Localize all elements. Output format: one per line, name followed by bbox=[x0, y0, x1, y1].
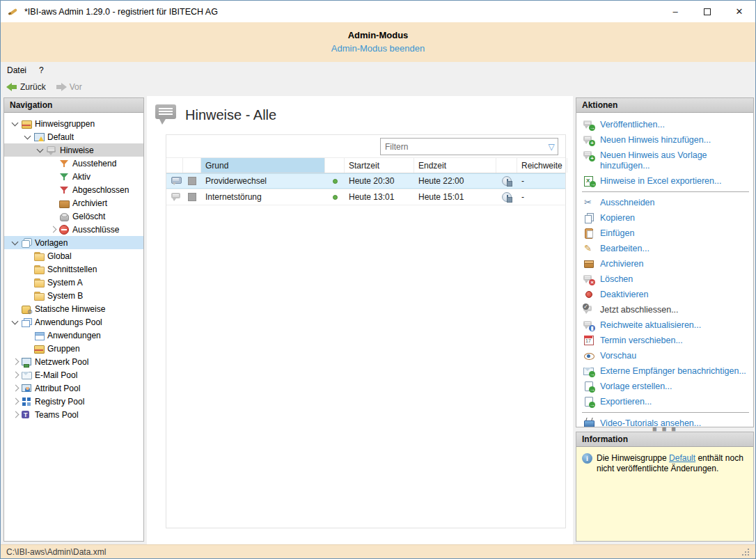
chevron-down-icon[interactable] bbox=[10, 237, 21, 249]
chevron-down-icon[interactable] bbox=[35, 145, 46, 156]
resize-grip-icon[interactable] bbox=[741, 548, 750, 556]
chevron-right-icon[interactable] bbox=[10, 356, 21, 368]
action-termin-verschieben[interactable]: Termin verschieben... bbox=[581, 333, 753, 348]
action-ausschneiden[interactable]: Ausschneiden bbox=[581, 195, 753, 210]
nav-item-gruppen[interactable]: Gruppen bbox=[4, 342, 143, 355]
funnel-red-icon bbox=[58, 184, 70, 196]
header-clock-col bbox=[496, 158, 517, 173]
filter-funnel-icon[interactable]: ▽ bbox=[545, 142, 558, 152]
nav-item-teams-pool[interactable]: Teams Pool bbox=[4, 408, 143, 421]
action-neuen-hinweis[interactable]: + Neuen Hinweis hinzufügen... bbox=[581, 132, 753, 148]
workspace: Navigation Hinweisgruppen Default Hinwei… bbox=[1, 96, 755, 544]
hinweise-list: ▽ Grund Startzeit Endzeit Reichweite bbox=[166, 134, 566, 528]
action-einfuegen[interactable]: Einfügen bbox=[581, 226, 753, 241]
window-title: *IBI-aws Admin 1.29.0 - registriert für … bbox=[24, 7, 218, 17]
chevron-down-icon[interactable] bbox=[22, 132, 33, 143]
notice-bubble-icon bbox=[46, 145, 57, 156]
maximize-button[interactable] bbox=[691, 1, 723, 22]
minimize-button[interactable]: – bbox=[659, 1, 691, 22]
action-vorschau[interactable]: Vorschau bbox=[581, 348, 753, 363]
header-startzeit[interactable]: Startzeit bbox=[345, 158, 414, 173]
action-archivieren[interactable]: Archivieren bbox=[581, 256, 753, 271]
nav-item-anwendungs-pool[interactable]: Anwendungs Pool bbox=[4, 315, 143, 329]
table-header-row: Grund Startzeit Endzeit Reichweite bbox=[166, 158, 565, 173]
schedule-clock-icon bbox=[502, 176, 512, 186]
chevron-slot bbox=[22, 264, 33, 275]
templates-icon bbox=[21, 237, 32, 249]
chevron-right-icon[interactable] bbox=[10, 370, 21, 381]
window-icon bbox=[33, 330, 45, 341]
nav-item-default[interactable]: Default bbox=[4, 130, 143, 143]
nav-item-aktiv[interactable]: Aktiv bbox=[4, 170, 143, 183]
notice-bubble-icon bbox=[171, 192, 179, 202]
bubble-check-icon: ✓ bbox=[583, 304, 594, 315]
chevron-right-icon[interactable] bbox=[47, 224, 58, 235]
pencil-icon bbox=[583, 243, 594, 254]
nav-item-anwendungen[interactable]: Anwendungen bbox=[4, 329, 143, 342]
funnel-green-icon bbox=[58, 171, 70, 182]
chevron-down-icon[interactable] bbox=[10, 118, 21, 129]
action-vorlage-erstellen[interactable]: → Vorlage erstellen... bbox=[581, 379, 753, 394]
menu-help[interactable]: ? bbox=[33, 63, 50, 77]
nav-item-hinweisgruppen[interactable]: Hinweisgruppen bbox=[4, 117, 143, 130]
nav-item-system-b[interactable]: System B bbox=[4, 289, 143, 302]
chevron-right-icon[interactable] bbox=[10, 409, 21, 420]
nav-item-netzwerk-pool[interactable]: Netzwerk Pool bbox=[4, 355, 143, 368]
nav-item-registry-pool[interactable]: Registry Pool bbox=[4, 395, 143, 408]
forward-button[interactable]: Vor bbox=[56, 82, 82, 92]
nav-item-ausschluesse[interactable]: Ausschlüsse bbox=[4, 223, 143, 236]
table-row[interactable]: Internetstörung Heute 13:01 Heute 15:01 … bbox=[166, 189, 565, 205]
action-kopieren[interactable]: Kopieren bbox=[581, 210, 753, 226]
action-excel-export[interactable]: → Hinweise in Excel exportieren... bbox=[581, 173, 753, 189]
nav-item-global[interactable]: Global bbox=[4, 249, 143, 262]
close-button[interactable]: ✕ bbox=[723, 1, 755, 22]
table-row[interactable]: Providerwechsel Heute 20:30 Heute 22:00 … bbox=[166, 173, 565, 189]
back-arrow-icon bbox=[6, 83, 17, 91]
nav-item-archiviert[interactable]: Archiviert bbox=[4, 196, 143, 210]
action-loeschen[interactable]: × Löschen bbox=[581, 271, 753, 287]
chevron-slot bbox=[47, 171, 58, 182]
action-reichweite-aktualisieren[interactable]: ▮ Reichweite aktualisieren... bbox=[581, 317, 753, 333]
chevron-down-icon[interactable] bbox=[10, 317, 21, 328]
chevron-slot bbox=[22, 290, 33, 301]
information-panel: Information i Die Hinweisgruppe Default … bbox=[576, 432, 754, 542]
chevron-right-icon[interactable] bbox=[10, 396, 21, 407]
chevron-slot bbox=[47, 184, 58, 196]
bubble-add-icon: + bbox=[583, 134, 594, 145]
windows-stack-icon bbox=[21, 317, 32, 328]
nav-item-ausstehend[interactable]: Ausstehend bbox=[4, 157, 143, 170]
nav-item-attribut-pool[interactable]: Attribut Pool bbox=[4, 381, 143, 395]
mail-icon bbox=[21, 370, 32, 381]
status-bar: C:\IBI-aws\Admin\Data.xml bbox=[1, 544, 755, 559]
action-jetzt-abschliessen[interactable]: ✓ Jetzt abschliessen... bbox=[581, 302, 753, 317]
header-endzeit[interactable]: Endzeit bbox=[414, 158, 496, 173]
status-green-icon bbox=[333, 179, 338, 184]
admin-mode-exit-link[interactable]: Admin-Modus beenden bbox=[331, 43, 425, 54]
action-bearbeiten[interactable]: Bearbeiten... bbox=[581, 241, 753, 256]
action-deaktivieren[interactable]: Deaktivieren bbox=[581, 287, 753, 302]
nav-item-vorlagen[interactable]: Vorlagen bbox=[4, 236, 143, 249]
nav-item-schnittstellen[interactable]: Schnittstellen bbox=[4, 262, 143, 276]
nav-item-geloescht[interactable]: Gelöscht bbox=[4, 210, 143, 223]
back-button[interactable]: Zurück bbox=[6, 82, 46, 92]
nav-item-system-a[interactable]: System A bbox=[4, 276, 143, 289]
filter-input[interactable] bbox=[381, 142, 545, 152]
default-group-link[interactable]: Default bbox=[669, 453, 695, 463]
excel-export-icon: → bbox=[583, 175, 594, 187]
nav-item-email-pool[interactable]: E-Mail Pool bbox=[4, 368, 143, 381]
action-exportieren[interactable]: → Exportieren... bbox=[581, 394, 753, 409]
action-veroeffentlichen[interactable]: → Veröffentlichen... bbox=[581, 117, 753, 132]
header-grund[interactable]: Grund bbox=[201, 158, 325, 173]
registry-grid-icon bbox=[21, 396, 32, 407]
nav-item-abgeschlossen[interactable]: Abgeschlossen bbox=[4, 183, 143, 196]
bubble-delete-icon: × bbox=[583, 274, 594, 285]
status-path: C:\IBI-aws\Admin\Data.xml bbox=[6, 547, 106, 557]
copy-icon bbox=[583, 212, 594, 223]
chevron-right-icon[interactable] bbox=[10, 383, 21, 394]
nav-item-hinweise[interactable]: Hinweise bbox=[4, 143, 143, 157]
nav-item-statische-hinweise[interactable]: Statische Hinweise bbox=[4, 302, 143, 315]
action-externe-empfaenger[interactable]: → Externe Empfänger benachrichtigen... bbox=[581, 363, 753, 379]
header-reichweite[interactable]: Reichweite bbox=[517, 158, 567, 173]
menu-datei[interactable]: Datei bbox=[1, 63, 33, 77]
action-hinweis-aus-vorlage[interactable]: + Neuen Hinweis aus Vorlage hinzufügen..… bbox=[581, 148, 753, 173]
